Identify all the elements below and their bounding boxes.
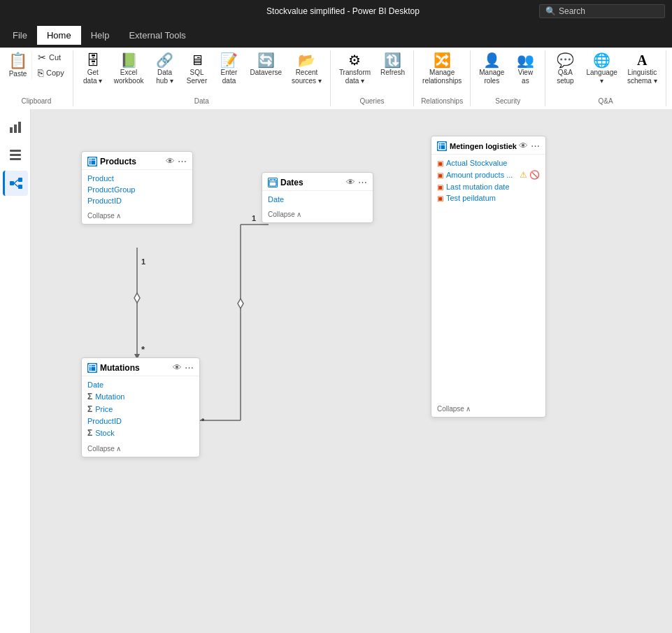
sidebar-icon-report[interactable] xyxy=(3,115,28,140)
products-eye-icon[interactable]: 👁 xyxy=(166,156,175,166)
field-product[interactable]: Product xyxy=(87,173,187,184)
svg-rect-0 xyxy=(10,127,13,133)
title-bar: Stockvalue simplified - Power BI Desktop… xyxy=(0,0,672,22)
cut-icon: ✂ xyxy=(38,52,46,63)
ribbon-group-qa: 💬 Q&Asetup 🌐 Language▾ A Linguisticschem… xyxy=(545,50,666,106)
language-button[interactable]: 🌐 Language▾ xyxy=(582,50,622,87)
svg-rect-4 xyxy=(10,154,21,156)
ribbon: File Home Help External Tools 📋 Paste ✂ … xyxy=(0,22,672,110)
field-date[interactable]: Date xyxy=(268,194,367,205)
products-more-icon[interactable]: ⋯ xyxy=(178,156,187,166)
products-header: Products 👁 ⋯ xyxy=(82,152,192,170)
ribbon-group-queries: ⚙ Transformdata ▾ 🔃 Refresh Queries xyxy=(331,50,414,106)
mutations-table-name: Mutations xyxy=(100,363,140,373)
measure-actual-icon: ▣ xyxy=(437,159,443,167)
copy-button[interactable]: ⎘ Copy xyxy=(34,66,69,80)
field-mutation[interactable]: Σ Mutation xyxy=(87,390,194,403)
recent-sources-button[interactable]: 📂 Recentsources ▾ xyxy=(287,50,326,87)
qa-items: 💬 Q&Asetup 🌐 Language▾ A Linguisticschem… xyxy=(550,50,661,97)
excel-label: Excelworkbook xyxy=(114,69,144,85)
mutations-more-icon[interactable]: ⋯ xyxy=(185,362,194,373)
field-mut-productid[interactable]: ProductID xyxy=(87,415,194,427)
eye-slash-icon: 🚫 xyxy=(529,170,540,180)
paste-label: Paste xyxy=(9,70,27,78)
collapse-products-label: Collapse xyxy=(87,212,115,220)
relationships-items: 🔀 Managerelationships xyxy=(418,50,466,97)
dates-eye-icon[interactable]: 👁 xyxy=(346,177,355,187)
dates-more-icon[interactable]: ⋯ xyxy=(358,177,367,187)
ribbon-group-security: 👤 Manageroles 👥 Viewas Security xyxy=(471,50,545,106)
manage-relationships-button[interactable]: 🔀 Managerelationships xyxy=(418,50,466,87)
metingen-title: Metingen logistiek xyxy=(437,141,517,151)
svg-rect-30 xyxy=(89,364,96,371)
sidebar-icon-data[interactable] xyxy=(3,143,28,168)
cut-button[interactable]: ✂ Cut xyxy=(34,50,69,64)
collapse-mutations-label: Collapse xyxy=(87,445,115,453)
paste-icon: 📋 xyxy=(8,53,27,69)
metingen-table-card: Metingen logistiek 👁 ⋯ ▣ Actual Stockval… xyxy=(431,136,546,418)
field-price[interactable]: Σ Price xyxy=(87,403,194,415)
view-as-button[interactable]: 👥 Viewas xyxy=(510,50,541,87)
mutations-eye-icon[interactable]: 👁 xyxy=(173,362,182,373)
svg-rect-1 xyxy=(14,125,17,133)
queries-group-label: Queries xyxy=(335,97,409,106)
sql-server-button[interactable]: 🖥 SQLServer xyxy=(182,50,213,87)
field-amount-products[interactable]: ▣ Amount products ... ⚠ 🚫 xyxy=(437,169,540,181)
svg-line-9 xyxy=(14,180,18,183)
metingen-icon xyxy=(437,141,447,151)
field-actual-stockvalue[interactable]: ▣ Actual Stockvalue xyxy=(437,157,540,169)
field-mut-productid-name: ProductID xyxy=(87,417,122,425)
sidebar-icon-model[interactable] xyxy=(3,171,28,196)
language-icon: 🌐 xyxy=(593,53,610,67)
tab-home[interactable]: Home xyxy=(37,26,81,45)
sigma-mutation-icon: Σ xyxy=(87,392,92,401)
dates-header: Dates 👁 ⋯ xyxy=(262,173,373,191)
get-data-icon: 🗄 xyxy=(86,53,100,67)
svg-marker-22 xyxy=(238,299,243,308)
dates-collapse[interactable]: Collapse ∧ xyxy=(262,208,373,222)
svg-rect-6 xyxy=(10,181,14,185)
ribbon-group-data: 🗄 Getdata ▾ 📗 Excelworkbook 🔗 Datahub ▾ … xyxy=(73,50,331,106)
tab-external-tools[interactable]: External Tools xyxy=(119,26,195,45)
tab-help[interactable]: Help xyxy=(81,26,120,45)
dataverse-button[interactable]: 🔄 Dataverse xyxy=(246,50,287,78)
data-hub-button[interactable]: 🔗 Datahub ▾ xyxy=(150,50,180,87)
dates-table-name: Dates xyxy=(280,178,303,187)
enter-data-button[interactable]: 📝 Enterdata xyxy=(214,50,245,87)
svg-text:1: 1 xyxy=(252,214,256,222)
manage-roles-button[interactable]: 👤 Manageroles xyxy=(475,50,508,87)
metingen-header: Metingen logistiek 👁 ⋯ xyxy=(431,136,545,155)
warning-icon: ⚠ xyxy=(520,170,527,180)
tab-file[interactable]: File xyxy=(3,26,37,45)
metingen-more-icon[interactable]: ⋯ xyxy=(531,141,540,151)
metingen-collapse[interactable]: Collapse ∧ xyxy=(431,402,545,417)
field-price-name: Price xyxy=(95,405,113,413)
mutations-collapse[interactable]: Collapse ∧ xyxy=(82,442,199,457)
svg-rect-2 xyxy=(18,122,21,133)
products-collapse[interactable]: Collapse ∧ xyxy=(82,209,192,224)
mutations-title: Mutations xyxy=(87,363,140,373)
refresh-button[interactable]: 🔃 Refresh xyxy=(376,50,409,78)
field-test-peildatum[interactable]: ▣ Test peildatum xyxy=(437,192,540,204)
linguistic-schema-button[interactable]: A Linguisticschema ▾ xyxy=(623,50,662,87)
search-box[interactable]: 🔍 Search xyxy=(539,4,665,18)
mutations-actions: 👁 ⋯ xyxy=(173,362,194,373)
svg-rect-5 xyxy=(10,158,21,160)
field-stock[interactable]: Σ Stock xyxy=(87,427,194,439)
field-mut-date[interactable]: Date xyxy=(87,379,194,390)
get-data-button[interactable]: 🗄 Getdata ▾ xyxy=(78,50,108,87)
transform-data-button[interactable]: ⚙ Transformdata ▾ xyxy=(335,50,375,87)
excel-icon: 📗 xyxy=(120,53,138,67)
field-productid[interactable]: ProductID xyxy=(87,195,187,206)
metingen-eye-icon[interactable]: 👁 xyxy=(519,141,528,151)
svg-marker-21 xyxy=(134,293,140,303)
refresh-icon: 🔃 xyxy=(384,53,401,67)
excel-workbook-button[interactable]: 📗 Excelworkbook xyxy=(110,50,148,87)
paste-button[interactable]: 📋 Paste xyxy=(4,50,32,80)
qa-setup-button[interactable]: 💬 Q&Asetup xyxy=(550,50,580,87)
field-last-mutation-date[interactable]: ▣ Last mutation date xyxy=(437,181,540,192)
dates-actions: 👁 ⋯ xyxy=(346,177,367,187)
copy-icon: ⎘ xyxy=(38,67,43,78)
products-actions: 👁 ⋯ xyxy=(166,156,187,166)
field-productgroup[interactable]: ProductGroup xyxy=(87,184,187,195)
